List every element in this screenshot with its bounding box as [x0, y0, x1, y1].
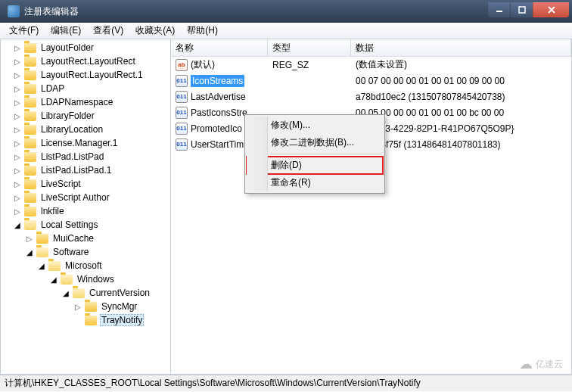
folder-icon — [24, 98, 36, 107]
watermark-text: 亿速云 — [536, 358, 563, 371]
expand-icon[interactable]: ▷ — [13, 180, 21, 188]
tree-item[interactable]: ▷lnkfile — [1, 204, 170, 218]
expand-icon[interactable]: ▷ — [13, 58, 21, 66]
svg-rect-1 — [519, 7, 525, 13]
tree-item[interactable]: ▷LayoutFolder — [1, 41, 170, 54]
expand-icon[interactable]: ▷ — [73, 303, 82, 311]
expand-icon[interactable]: ▷ — [13, 194, 21, 202]
menu-file[interactable]: 文件(F) — [3, 23, 45, 39]
expand-icon[interactable]: ▷ — [13, 166, 21, 175]
tree-label: LayoutFolder — [39, 42, 95, 53]
tree-label: Microsoft — [64, 260, 104, 271]
collapse-icon[interactable]: ◢ — [61, 289, 70, 297]
list-row[interactable]: 011IconStreams00 07 00 00 00 01 00 01 00… — [171, 73, 571, 89]
tree-item[interactable]: ▷LDAPNamespace — [1, 95, 170, 109]
value-name: (默认) — [191, 58, 215, 71]
column-type[interactable]: 类型 — [268, 39, 351, 56]
tree-item[interactable]: ▷LiveScript — [1, 177, 170, 191]
expand-icon[interactable]: ▷ — [13, 139, 21, 148]
tree-label: lnkfile — [39, 206, 66, 216]
collapse-icon[interactable]: ◢ — [49, 275, 58, 284]
tree-item[interactable]: ▷LDAP — [1, 82, 170, 95]
tree-item[interactable]: TrayNotify — [1, 313, 170, 327]
folder-icon — [24, 138, 36, 148]
column-data[interactable]: 数据 — [351, 39, 571, 56]
context-menu-separator — [269, 154, 381, 154]
list-pane: 名称 类型 数据 ab(默认)REG_SZ(数值未设置)011IconStrea… — [171, 39, 571, 374]
menu-view[interactable]: 查看(V) — [87, 23, 129, 39]
menubar: 文件(F) 编辑(E) 查看(V) 收藏夹(A) 帮助(H) — [0, 23, 572, 39]
tree-item[interactable]: ▷SyncMgr — [1, 300, 170, 313]
folder-icon — [24, 207, 36, 216]
list-row[interactable]: 011LastAdvertisea78bd10ec2 (131507807845… — [171, 89, 571, 104]
tree-label: ListPad.ListPad.1 — [39, 165, 113, 176]
watermark: ☁ 亿速云 — [519, 356, 563, 372]
tree-item[interactable]: ▷ListPad.ListPad.1 — [1, 163, 170, 177]
binary-value-icon: 011 — [176, 123, 188, 135]
expand-icon[interactable]: ▷ — [13, 98, 21, 107]
folder-icon — [36, 247, 48, 257]
list-row[interactable]: ab(默认)REG_SZ(数值未设置) — [171, 57, 571, 73]
folder-icon — [48, 261, 61, 271]
list-body[interactable]: ab(默认)REG_SZ(数值未设置)011IconStreams00 07 0… — [171, 57, 571, 374]
folder-icon — [24, 166, 36, 176]
collapse-icon[interactable]: ◢ — [25, 248, 33, 257]
expand-icon[interactable]: ▷ — [13, 44, 21, 52]
context-menu-gutter — [247, 117, 268, 191]
value-name: PastIconsStre — [191, 107, 247, 118]
tree-label: License.Manager.1 — [39, 138, 119, 148]
menu-help[interactable]: 帮助(H) — [181, 23, 224, 39]
tree-label: TrayNotify — [100, 314, 144, 326]
tree-item[interactable]: ◢Local Settings — [1, 218, 170, 232]
tree-item[interactable]: ▷LibraryFolder — [1, 109, 170, 123]
tree-item[interactable]: ◢Microsoft — [1, 259, 170, 272]
tree-item[interactable]: ◢CurrentVersion — [1, 286, 170, 300]
close-button[interactable] — [533, 2, 569, 17]
expand-icon[interactable]: ▷ — [13, 71, 21, 79]
expand-icon[interactable]: ▷ — [25, 235, 33, 243]
collapse-icon[interactable]: ◢ — [37, 262, 45, 270]
expand-icon[interactable]: ▷ — [13, 153, 21, 161]
expand-icon[interactable]: ▷ — [13, 112, 21, 120]
value-name: LastAdvertise — [191, 92, 246, 102]
folder-icon — [24, 179, 36, 189]
value-name: PromotedIco — [191, 123, 242, 134]
tree-label: LDAP — [39, 83, 66, 94]
binary-value-icon: 011 — [176, 107, 188, 119]
status-path: 计算机\HKEY_CLASSES_ROOT\Local Settings\Sof… — [5, 377, 421, 390]
titlebar: 注册表编辑器 — [0, 0, 572, 23]
tree-item[interactable]: ▷License.Manager.1 — [1, 136, 170, 150]
tree-item[interactable]: ▷LayoutRect.LayoutRect — [1, 54, 170, 68]
tree-item[interactable]: ◢Software — [1, 245, 170, 259]
expand-icon[interactable]: ▷ — [13, 85, 21, 93]
tree-label: LayoutRect.LayoutRect.1 — [39, 70, 145, 80]
tree-label: MuiCache — [51, 233, 95, 244]
folder-icon — [24, 220, 36, 230]
maximize-button[interactable] — [510, 2, 533, 17]
value-data: (数值未设置) — [351, 58, 571, 71]
tree-pane[interactable]: ▷LayoutFolder▷LayoutRect.LayoutRect▷Layo… — [1, 39, 171, 374]
column-name[interactable]: 名称 — [171, 39, 268, 56]
tree-item[interactable]: ▷LiveScript Author — [1, 191, 170, 204]
menu-favorites[interactable]: 收藏夹(A) — [129, 23, 181, 39]
value-data: 00 07 00 00 00 01 00 01 00 09 00 00 — [351, 76, 571, 86]
folder-icon — [24, 125, 36, 135]
collapse-icon[interactable]: ◢ — [13, 221, 21, 229]
tree-item[interactable]: ▷ListPad.ListPad — [1, 150, 170, 163]
minimize-button[interactable] — [487, 2, 510, 17]
tree-item[interactable]: ▷LayoutRect.LayoutRect.1 — [1, 68, 170, 82]
expand-icon[interactable]: ▷ — [13, 126, 21, 134]
menu-edit[interactable]: 编辑(E) — [45, 23, 87, 39]
app-icon — [8, 5, 20, 17]
tree-label: Local Settings — [39, 219, 99, 230]
context-menu: 修改(M)...修改二进制数据(B)...删除(D)重命名(R) — [244, 114, 385, 194]
folder-icon — [24, 43, 36, 53]
tree-label: SyncMgr — [100, 301, 138, 312]
expand-icon[interactable]: ▷ — [13, 207, 21, 216]
tree-item[interactable]: ◢Windows — [1, 272, 170, 286]
binary-value-icon: 011 — [176, 138, 188, 151]
binary-value-icon: 011 — [176, 91, 188, 103]
tree-item[interactable]: ▷MuiCache — [1, 232, 170, 245]
tree-item[interactable]: ▷LibraryLocation — [1, 123, 170, 136]
folder-icon — [24, 84, 36, 94]
